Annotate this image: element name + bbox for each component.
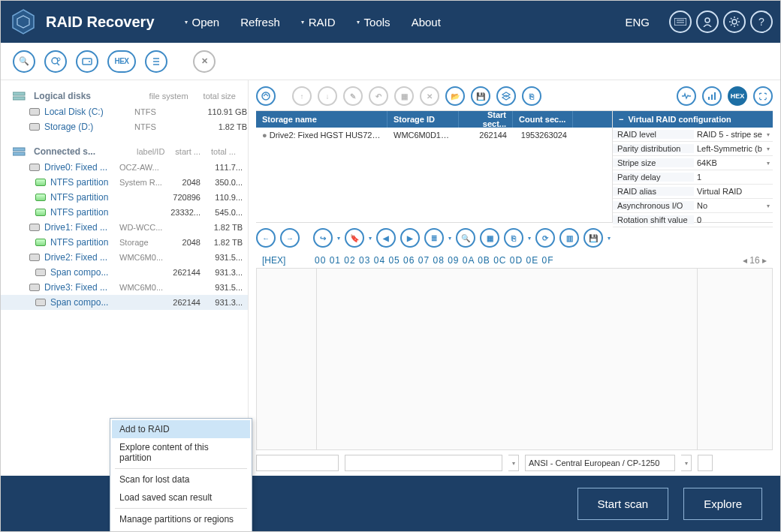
explore-button[interactable]: Explore bbox=[683, 488, 762, 520]
offset-input[interactable] bbox=[256, 455, 339, 471]
storage-icon bbox=[29, 164, 40, 171]
language-selector[interactable]: ENG bbox=[625, 16, 650, 29]
partition-row[interactable]: Span compo...262144931.3... bbox=[1, 265, 248, 280]
partition-row[interactable]: NTFS partitionStorage20481.82 TB bbox=[1, 235, 248, 250]
remove-icon[interactable]: ✕ bbox=[420, 86, 439, 106]
hex-view-icon[interactable]: HEX bbox=[728, 86, 747, 106]
partition-row[interactable]: NTFS partition23332...545.0... bbox=[1, 205, 248, 220]
ctx-add-to-raid[interactable]: Add to RAID bbox=[112, 420, 250, 438]
activity-icon[interactable] bbox=[677, 86, 696, 106]
auto-detect-icon[interactable] bbox=[256, 86, 276, 106]
undo-icon[interactable]: ↶ bbox=[369, 86, 388, 106]
bookmark-icon[interactable]: 🔖 bbox=[345, 228, 364, 248]
expand-icon[interactable]: ⛶ bbox=[753, 86, 773, 106]
ctx-load-scan-result[interactable]: Load saved scan result bbox=[112, 488, 250, 506]
keyboard-icon[interactable] bbox=[669, 11, 692, 33]
config-row[interactable]: Stripe size64KB▾ bbox=[613, 156, 773, 170]
list-icon[interactable] bbox=[145, 50, 167, 73]
extra-input[interactable] bbox=[698, 455, 713, 471]
config-value[interactable]: No▾ bbox=[694, 201, 773, 210]
logical-disk-row[interactable]: Local Disk (C:)NTFS110.91 GB bbox=[1, 104, 248, 119]
arrow-down-icon[interactable]: ↓ bbox=[318, 86, 337, 106]
col-header-count[interactable]: Count sec... bbox=[513, 111, 573, 128]
col-header-id[interactable]: Storage ID bbox=[387, 111, 459, 128]
open-folder-icon[interactable]: 📂 bbox=[445, 86, 465, 106]
hex-pager[interactable]: ◂ 16 ▸ bbox=[743, 255, 767, 266]
value-input[interactable] bbox=[345, 455, 502, 471]
start-scan-button[interactable]: Start scan bbox=[577, 488, 669, 520]
find-icon[interactable]: 🔍 bbox=[456, 228, 475, 248]
partition-row[interactable]: NTFS partition720896110.9... bbox=[1, 190, 248, 205]
storage-icon bbox=[29, 284, 40, 291]
config-value[interactable]: 1 bbox=[694, 173, 773, 182]
logical-disks-header: Logical disks file systemtotal size bbox=[1, 88, 248, 104]
gear-icon[interactable] bbox=[723, 11, 746, 33]
config-row[interactable]: Parity delay1 bbox=[613, 170, 773, 185]
tag-prev-icon[interactable]: ◀ bbox=[376, 228, 396, 248]
menu-refresh[interactable]: Refresh bbox=[240, 16, 280, 29]
encoding-dropdown-icon[interactable]: ▾ bbox=[681, 455, 692, 471]
hex-viewer[interactable] bbox=[256, 268, 773, 450]
config-value[interactable]: Virtual RAID bbox=[694, 187, 773, 196]
nav-forward-icon[interactable]: → bbox=[280, 228, 300, 248]
dropdown-icon[interactable]: ▾ bbox=[767, 131, 770, 138]
config-row[interactable]: RAID levelRAID 5 - stripe se▾ bbox=[613, 128, 773, 142]
row-label: NTFS partition bbox=[50, 207, 119, 218]
help-icon[interactable]: ? bbox=[750, 11, 773, 33]
encoding-select[interactable]: ANSI - Central European / CP-1250 bbox=[525, 455, 675, 471]
close-icon[interactable]: ✕ bbox=[193, 50, 216, 73]
row-label: Drive3: Fixed ... bbox=[44, 282, 119, 293]
row-total: 110.9... bbox=[201, 193, 243, 202]
left-panel: Logical disks file systemtotal size Loca… bbox=[1, 80, 249, 476]
menu-about[interactable]: About bbox=[412, 16, 441, 29]
export-icon[interactable]: ⎘ bbox=[522, 86, 541, 106]
drive-row[interactable]: Drive3: Fixed ...WMC6M0...931.5... bbox=[1, 280, 248, 295]
layers-icon[interactable] bbox=[496, 86, 516, 106]
search-icon[interactable]: 🔍 bbox=[13, 50, 35, 73]
refresh-hex-icon[interactable]: ⟳ bbox=[535, 228, 555, 248]
hex-button[interactable]: HEX bbox=[107, 50, 136, 73]
dropdown-icon[interactable]: ▾ bbox=[767, 146, 770, 152]
logical-disk-row[interactable]: Storage (D:)NTFS1.82 TB bbox=[1, 119, 248, 134]
drive-row[interactable]: Drive0: Fixed ...OCZ-AW...111.7... bbox=[1, 160, 248, 175]
menu-open[interactable]: ▾Open bbox=[185, 16, 220, 29]
ctx-explore-partition[interactable]: Explore content of this partition bbox=[112, 438, 250, 467]
save-hex-icon[interactable]: 💾 bbox=[583, 228, 603, 248]
drive-row[interactable]: Drive2: Fixed ...WMC6M0...931.5... bbox=[1, 250, 248, 265]
columns-icon[interactable]: ▥ bbox=[559, 228, 579, 248]
config-value[interactable]: Left-Symmetric (b▾ bbox=[694, 144, 773, 153]
chart-icon[interactable] bbox=[702, 86, 722, 106]
ctx-scan-lost-data[interactable]: Scan for lost data bbox=[112, 470, 250, 488]
dropdown-icon[interactable]: ▾ bbox=[767, 203, 770, 209]
scan-icon[interactable] bbox=[44, 50, 67, 73]
menu-raid[interactable]: ▾RAID bbox=[301, 16, 336, 29]
drive-row[interactable]: Drive1: Fixed ...WD-WCC...1.82 TB bbox=[1, 220, 248, 235]
goto-icon[interactable]: ↪ bbox=[313, 228, 333, 248]
user-icon[interactable] bbox=[696, 11, 719, 33]
grid-icon[interactable]: ▦ bbox=[480, 228, 499, 248]
disk-icon[interactable] bbox=[76, 50, 98, 73]
storage-row[interactable]: ● Drive2: Fixed HGST HUS722T1...WMC6M0D1… bbox=[256, 128, 612, 143]
tag-next-icon[interactable]: ▶ bbox=[400, 228, 420, 248]
config-row[interactable]: RAID aliasVirtual RAID bbox=[613, 185, 773, 199]
structure-icon[interactable]: ≣ bbox=[424, 228, 444, 248]
config-value[interactable]: RAID 5 - stripe se▾ bbox=[694, 130, 773, 139]
placeholder-icon[interactable]: ▦ bbox=[394, 86, 414, 106]
col-header-start[interactable]: Start sect... bbox=[459, 111, 513, 128]
ctx-save-image[interactable]: Save image of this storage bbox=[112, 528, 250, 532]
save-disk-icon[interactable]: 💾 bbox=[471, 86, 490, 106]
col-header-name[interactable]: Storage name bbox=[256, 111, 387, 128]
menu-tools[interactable]: ▾Tools bbox=[357, 16, 390, 29]
config-row[interactable]: Parity distributionLeft-Symmetric (b▾ bbox=[613, 142, 773, 156]
edit-icon[interactable]: ✎ bbox=[343, 86, 363, 106]
config-row[interactable]: Asynchronous I/ONo▾ bbox=[613, 199, 773, 213]
copy-icon[interactable]: ⎘ bbox=[504, 228, 523, 248]
ctx-manage-partitions[interactable]: Manage partitions or regions bbox=[112, 510, 250, 528]
arrow-up-icon[interactable]: ↑ bbox=[292, 86, 312, 106]
partition-row[interactable]: Span compo...262144931.3... bbox=[1, 295, 248, 310]
config-value[interactable]: 64KB▾ bbox=[694, 158, 773, 167]
partition-row[interactable]: NTFS partitionSystem R...2048350.0... bbox=[1, 175, 248, 190]
dropdown-icon[interactable]: ▾ bbox=[767, 160, 770, 167]
value-dropdown-icon[interactable]: ▾ bbox=[508, 455, 519, 471]
nav-back-icon[interactable]: ← bbox=[256, 228, 276, 248]
